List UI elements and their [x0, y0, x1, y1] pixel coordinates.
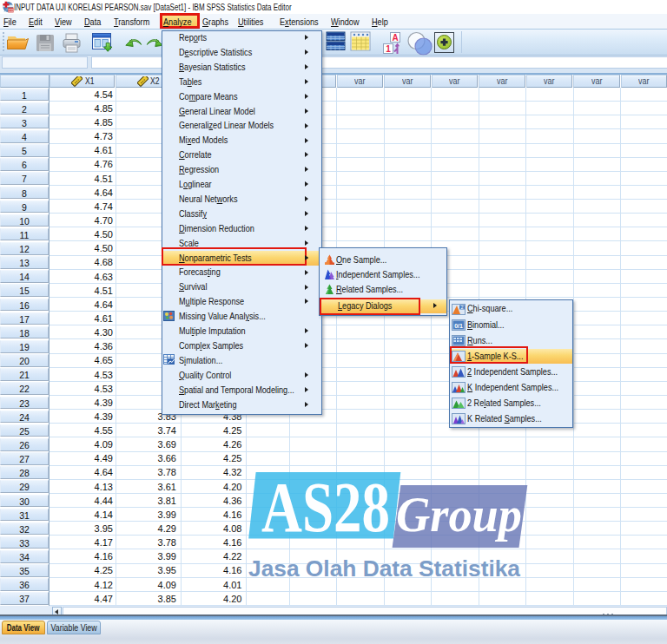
svg-text:Group: Group	[396, 488, 522, 542]
svg-text:2: 2	[460, 305, 463, 310]
svg-text:A: A	[392, 33, 398, 43]
svg-text:Jasa Olah Data Statistika: Jasa Olah Data Statistika	[248, 556, 521, 581]
svg-text:1: 1	[386, 44, 391, 54]
svg-text:0/1: 0/1	[454, 322, 463, 328]
svg-text:AS28: AS28	[261, 468, 390, 547]
